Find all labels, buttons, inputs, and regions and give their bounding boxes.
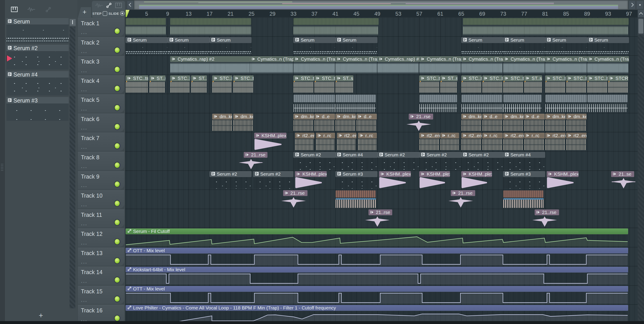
clip-label-bar[interactable]: rt2..erc: [419, 133, 440, 139]
clip-label-bar[interactable]: Serum #2: [294, 152, 336, 158]
piano-icon[interactable]: [11, 7, 18, 14]
clip-stripes1[interactable]: [126, 18, 166, 36]
clip-audio[interactable]: Cymatics..n (Trap): [294, 56, 336, 74]
clip-audio[interactable]: Cymatics..n (Trap): [545, 56, 587, 74]
clip-label-bar[interactable]: Cymatics..n (Trap): [294, 56, 336, 62]
clip-audio[interactable]: r..rc: [482, 132, 503, 151]
track-lane[interactable]: 21..rseSerum #2Serum #4Serum #2Serum #2S…: [125, 151, 638, 171]
clip-label-bar[interactable]: Kickstart-64bit - Mix level: [126, 267, 628, 272]
track-lane[interactable]: STC..tsST..sSTC..tsST..sSTC..tsSTC..tsST…: [125, 75, 638, 94]
clip-label-bar[interactable]: dm..ke: [336, 114, 356, 120]
pattern-item-header[interactable]: Serum #3: [6, 97, 69, 104]
waveform-icon[interactable]: [95, 3, 103, 9]
clip-decay[interactable]: KSHM..plex: [379, 171, 406, 189]
clip-audio[interactable]: STC..ts: [126, 75, 148, 94]
clip-audio[interactable]: STC..ts: [314, 75, 335, 94]
clip-label-bar[interactable]: KSHM..plex: [547, 171, 578, 177]
clip-sliced5[interactable]: [419, 94, 458, 113]
pattern-item-header[interactable]: Serum: [6, 18, 69, 25]
clip-label-bar[interactable]: Cymatics..n (Trap): [587, 56, 629, 62]
track-lane[interactable]: 21..rse21..rse: [125, 190, 638, 209]
track-header[interactable]: Track 15...: [78, 286, 124, 304]
track-header[interactable]: Track 6...: [78, 113, 124, 132]
track-mute-led[interactable]: [114, 123, 120, 130]
clip-decay[interactable]: KSHM..plex: [547, 171, 574, 189]
track-menu-dots[interactable]: ...: [81, 125, 88, 131]
track-mute-led[interactable]: [114, 181, 120, 187]
clip-riser[interactable]: 21..rse: [409, 113, 429, 132]
clip-audio[interactable]: d..e: [314, 113, 335, 132]
clip-label-bar[interactable]: OTT - Mix level: [126, 286, 628, 292]
clip-audio[interactable]: STC..ts: [587, 75, 608, 94]
clip-audio[interactable]: dm..ke: [294, 113, 314, 132]
pattern-item[interactable]: Serum #4: [6, 71, 69, 96]
clip-audio[interactable]: ST..s: [149, 75, 166, 94]
clip-pattern[interactable]: Serum #2: [253, 171, 294, 189]
clip-label-bar[interactable]: Cymatics..n (Trap): [250, 56, 294, 62]
clip-label-bar[interactable]: STCR..0: [608, 75, 628, 81]
clip-label-bar[interactable]: Serum #4: [503, 152, 545, 158]
clip-label-bar[interactable]: dm..ke: [545, 114, 566, 120]
clip-label-bar[interactable]: Serum #3: [336, 171, 378, 177]
clip-pattern[interactable]: Serum: [587, 37, 629, 55]
clip-auto[interactable]: Serum - Fil Cutoff: [126, 228, 628, 247]
track-menu-dots[interactable]: ...: [81, 201, 88, 208]
clip-sliced5[interactable]: [294, 94, 336, 113]
clip-riser[interactable]: 21..rse: [244, 152, 263, 170]
clip-audio[interactable]: rt2..erc: [337, 132, 356, 151]
clip-sliced5[interactable]: [545, 94, 587, 113]
picker-scrollbar-top-button[interactable]: [70, 19, 76, 26]
track-header[interactable]: Track 4...: [78, 75, 124, 94]
track-menu-dots[interactable]: ...: [81, 297, 88, 303]
clip-label-bar[interactable]: STC..ts: [233, 75, 254, 81]
track-header[interactable]: Track 9...: [78, 171, 124, 190]
clip-audio[interactable]: r..rc: [316, 132, 335, 151]
clip-pattern[interactable]: Serum: [168, 37, 210, 55]
pattern-item[interactable]: Serum: [6, 18, 69, 43]
clip-audio[interactable]: r..rc: [524, 132, 544, 151]
clip-audio[interactable]: Cymatics..n (Trap): [587, 56, 629, 74]
clip-audio[interactable]: Cymatics..n (Trap): [461, 56, 503, 74]
piano-icon[interactable]: [115, 3, 122, 9]
clip-audio[interactable]: Cymatics..rap) #2: [378, 56, 420, 74]
clip-label-bar[interactable]: d..e: [524, 114, 544, 120]
clip-label-bar[interactable]: STC..ts: [126, 75, 148, 81]
clip-label-bar[interactable]: STC..ts: [566, 75, 586, 81]
clip-stripes1[interactable]: [294, 18, 379, 36]
clip-label-bar[interactable]: Serum: [168, 37, 210, 43]
clip-label-bar[interactable]: dm..ke: [566, 114, 586, 120]
add-pattern-button[interactable]: +: [36, 311, 46, 319]
track-header[interactable]: Track 3...: [78, 56, 124, 75]
clip-label-bar[interactable]: Cymatics..n (Trap): [461, 56, 503, 62]
vertical-scrollbar-thumb[interactable]: [638, 19, 643, 34]
clip-audio[interactable]: STC..ts: [503, 75, 524, 94]
clip-label-bar[interactable]: Love Philter - Cymatics - Come All Vocal…: [126, 305, 628, 311]
clip-decay[interactable]: KSHM..plex: [461, 171, 488, 189]
clip-label-bar[interactable]: STC..ts: [482, 75, 503, 81]
track-lane[interactable]: Serum #2Serum #2KSHM..plexSerum #3KSHM..…: [125, 171, 638, 190]
clip-label-bar[interactable]: STC..ts: [294, 75, 314, 81]
clip-audio[interactable]: STC..ts: [482, 75, 503, 94]
track-lane[interactable]: Kickstart-64bit - Mix level: [125, 266, 638, 285]
track-lane[interactable]: Serum - Fil Cutoff: [125, 228, 638, 247]
track-lane[interactable]: dm..kedm..kedm..ked..edm..ked..e21..rsed…: [125, 113, 638, 132]
step-checkbox[interactable]: [103, 11, 107, 16]
clip-label-bar[interactable]: Serum: [294, 37, 336, 43]
clip-pattern[interactable]: Serum #4: [336, 152, 378, 170]
clip-label-bar[interactable]: rt2..erc: [545, 133, 566, 139]
track-header[interactable]: Track 14...: [78, 266, 124, 285]
clip-audio[interactable]: Cymatics..n (Trap): [419, 56, 461, 74]
clip-auto[interactable]: OTT - Mix level: [126, 286, 628, 304]
clip-label-bar[interactable]: STC..ts: [503, 75, 524, 81]
clip-label-bar[interactable]: Cymatics..rap) #2: [170, 56, 250, 62]
clip-riser[interactable]: 21..se: [611, 171, 636, 189]
clip-audio[interactable]: rt2..erc: [503, 132, 524, 151]
track-menu-dots[interactable]: ...: [81, 278, 88, 284]
clip-label-bar[interactable]: Serum: [587, 37, 629, 43]
clip-label-bar[interactable]: Cymatics..n (Trap): [336, 56, 378, 62]
clip-audio[interactable]: dm..ke: [336, 113, 356, 132]
track-mute-led[interactable]: [114, 85, 120, 92]
clip-label-bar[interactable]: Cymatics..n (Trap): [503, 56, 545, 62]
clip-label-bar[interactable]: r..rc: [482, 133, 503, 139]
scroll-left-button[interactable]: [127, 1, 134, 9]
